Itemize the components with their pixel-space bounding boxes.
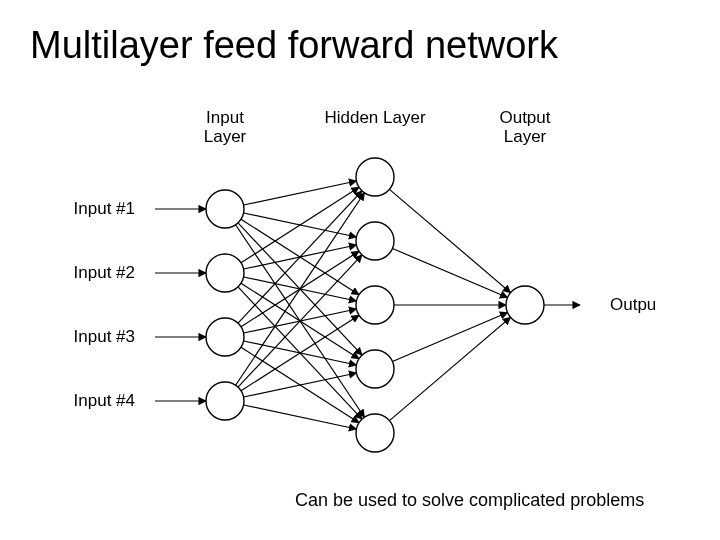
hidden-node-2 [356, 222, 394, 260]
hidden-node-5 [356, 414, 394, 452]
hidden-layer-label: Hidden Layer [324, 108, 425, 127]
svg-line-21 [392, 248, 507, 297]
svg-line-23 [392, 312, 507, 361]
network-diagram: InputLayerHidden LayerOutputLayerInput #… [65, 105, 655, 460]
svg-line-5 [241, 187, 359, 263]
input-label-2: Input #2 [74, 263, 135, 282]
input-label-3: Input #3 [74, 327, 135, 346]
svg-line-15 [236, 193, 365, 385]
svg-line-24 [389, 317, 510, 420]
svg-line-19 [244, 405, 357, 429]
input-label-1: Input #1 [74, 199, 135, 218]
hidden-node-3 [356, 286, 394, 324]
slide-title: Multilayer feed forward network [30, 24, 558, 67]
slide-caption: Can be used to solve complicated problem… [295, 490, 644, 511]
input-node-4 [206, 382, 244, 420]
input-node-3 [206, 318, 244, 356]
svg-line-18 [244, 373, 357, 397]
svg-line-0 [244, 181, 357, 205]
hidden-node-1 [356, 158, 394, 196]
input-label-4: Input #4 [74, 391, 135, 410]
output-layer-label: Output [499, 108, 550, 127]
output-label: Output [610, 295, 655, 314]
input-node-1 [206, 190, 244, 228]
svg-line-16 [238, 255, 362, 387]
hidden-node-4 [356, 350, 394, 388]
svg-line-20 [389, 189, 510, 292]
svg-text:Layer: Layer [204, 127, 247, 146]
input-node-2 [206, 254, 244, 292]
svg-line-17 [241, 315, 359, 391]
svg-text:Layer: Layer [504, 127, 547, 146]
input-layer-label: Input [206, 108, 244, 127]
output-node-1 [506, 286, 544, 324]
